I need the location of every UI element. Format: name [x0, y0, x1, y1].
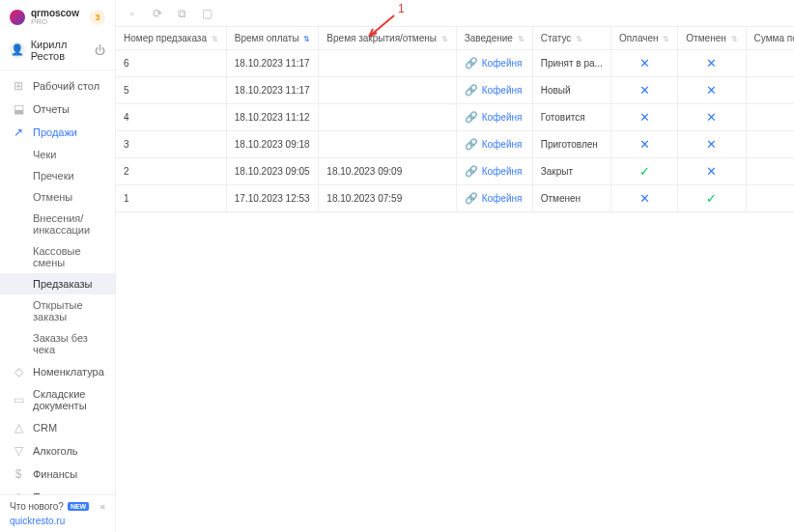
column-header[interactable]: Время закрытия/отмены ⇅: [319, 27, 456, 50]
column-header[interactable]: Сумма по чеку,... ⇅: [746, 27, 794, 50]
nav-item[interactable]: ↗Продажи: [0, 121, 115, 144]
link-icon: 🔗: [465, 165, 478, 178]
org-block[interactable]: qrmoscow PRO: [10, 8, 79, 27]
cell-venue: 🔗Кофейня: [456, 50, 532, 77]
cell-number: 3: [116, 131, 226, 158]
preorders-table: Номер предзаказа ⇅Время оплаты ⇅Время за…: [116, 27, 794, 212]
column-header[interactable]: Заведение ⇅: [456, 27, 532, 50]
nav-item[interactable]: Открытые заказы: [0, 294, 115, 327]
collapse-icon[interactable]: «: [99, 501, 105, 512]
column-header[interactable]: Оплачен ⇅: [610, 27, 677, 50]
table-row[interactable]: 418.10.2023 11:12🔗КофейняГотовится✕✕725,…: [116, 104, 794, 131]
nav-icon: ⊞: [12, 79, 25, 93]
nav-label: Номенклатура: [33, 366, 104, 378]
nav-label: Отчеты: [33, 103, 70, 115]
nav-label: Кассовые смены: [33, 245, 105, 268]
cell-paid: ✓: [610, 158, 677, 185]
nav-icon: $: [12, 467, 25, 481]
cell-paid: ✕: [610, 131, 677, 158]
link-icon: 🔗: [465, 138, 478, 151]
cell-cancel: ✕: [678, 158, 746, 185]
cell-sum: 725,00: [746, 104, 794, 131]
cell-number: 6: [116, 50, 226, 77]
nav-item[interactable]: ⊞Рабочий стол: [0, 74, 115, 98]
table-row[interactable]: 518.10.2023 11:17🔗КофейняНовый✕✕350,00🔗Е…: [116, 77, 794, 104]
nav-item[interactable]: ◇Номенклатура: [0, 360, 115, 383]
nav-item[interactable]: ◉Персонал: [0, 486, 115, 494]
nav-item[interactable]: Заказы без чека: [0, 327, 115, 360]
sidebar: qrmoscow PRO 3 👤 Кирилл Рестов ⏻ ⊞Рабочи…: [0, 0, 116, 532]
table-row[interactable]: 117.10.2023 12:5318.10.2023 07:59🔗Кофейн…: [116, 185, 794, 212]
save-icon[interactable]: ▫: [126, 7, 139, 20]
cell-closetime: 18.10.2023 07:59: [319, 185, 456, 212]
nav-label: CRM: [33, 422, 57, 434]
link-icon: 🔗: [465, 57, 478, 70]
cell-sum: 350,00: [746, 77, 794, 104]
cell-venue: 🔗Кофейня: [456, 158, 532, 185]
cell-venue: 🔗Кофейня: [456, 77, 532, 104]
whats-new[interactable]: Что нового? NEW «: [10, 501, 105, 512]
column-header[interactable]: Номер предзаказа ⇅: [116, 27, 226, 50]
cell-sum: 170,00: [746, 158, 794, 185]
column-header[interactable]: Отменен ⇅: [678, 27, 746, 50]
nav-icon: ↗: [12, 126, 25, 139]
cell-number: 1: [116, 185, 226, 212]
nav-label: Продажи: [33, 126, 77, 138]
cell-paid: ✕: [610, 185, 677, 212]
nav-label: Отмены: [33, 191, 72, 203]
main-area: ▫ ⟳ ⧉ ▢ ⚙ ? Онлайн-чат 1 Номер предзаказ…: [116, 0, 794, 532]
whats-new-label: Что нового?: [10, 501, 64, 512]
nav-item[interactable]: Внесения/инкассации: [0, 208, 115, 240]
org-logo: [10, 10, 25, 25]
link-icon: 🔗: [465, 84, 478, 97]
cell-status: Готовится: [532, 104, 610, 131]
nav-label: Предзаказы: [33, 278, 92, 290]
nav-label: Внесения/инкассации: [33, 212, 105, 236]
cell-cancel: ✕: [678, 131, 746, 158]
nav-item[interactable]: ▭Складские документы: [0, 383, 115, 416]
nav-item[interactable]: △CRM: [0, 416, 115, 439]
link-icon: 🔗: [465, 192, 478, 205]
domain-link[interactable]: quickresto.ru: [10, 516, 105, 526]
table-row[interactable]: 218.10.2023 09:0518.10.2023 09:09🔗Кофейн…: [116, 158, 794, 185]
nav-label: Финансы: [33, 468, 77, 480]
power-icon[interactable]: ⏻: [95, 44, 105, 56]
cell-paid: ✕: [610, 77, 677, 104]
org-tier: PRO: [31, 18, 79, 27]
cell-status: Отменен: [532, 185, 610, 212]
copy-icon[interactable]: ⧉: [176, 7, 189, 20]
nav-label: Складские документы: [33, 388, 105, 411]
cell-venue: 🔗Кофейня: [456, 104, 532, 131]
column-header[interactable]: Статус ⇅: [532, 27, 610, 50]
column-header[interactable]: Время оплаты ⇅: [226, 27, 319, 50]
monitor-icon[interactable]: ▢: [201, 7, 214, 20]
table-row[interactable]: 318.10.2023 09:18🔗КофейняПриготовлен✕✕73…: [116, 131, 794, 158]
cell-sum: 735,00: [746, 131, 794, 158]
cell-cancel: ✕: [678, 77, 746, 104]
toolbar: ▫ ⟳ ⧉ ▢ ⚙ ? Онлайн-чат: [116, 0, 794, 27]
nav-label: Заказы без чека: [33, 332, 105, 355]
nav-item[interactable]: ▽Алкоголь: [0, 439, 115, 462]
nav-item[interactable]: Отмены: [0, 186, 115, 208]
cell-paid: ✕: [610, 104, 677, 131]
refresh-icon[interactable]: ⟳: [151, 7, 164, 20]
nav-icon: ⬓: [12, 102, 25, 116]
cell-closetime: [319, 131, 456, 158]
nav-item[interactable]: ⬓Отчеты: [0, 98, 115, 121]
avatar[interactable]: 👤: [10, 42, 25, 59]
nav-icon: ◇: [12, 365, 25, 378]
nav-item[interactable]: Кассовые смены: [0, 240, 115, 273]
nav-item[interactable]: Предзаказы: [0, 273, 115, 294]
notification-badge[interactable]: 3: [90, 10, 105, 25]
cell-number: 5: [116, 77, 226, 104]
nav-item[interactable]: $Финансы: [0, 462, 115, 486]
table-row[interactable]: 618.10.2023 11:17🔗КофейняПринят в ра...✕…: [116, 50, 794, 77]
cell-paytime: 18.10.2023 09:18: [226, 131, 319, 158]
cell-paytime: 17.10.2023 12:53: [226, 185, 319, 212]
nav-item[interactable]: Пречеки: [0, 165, 115, 186]
cell-closetime: [319, 77, 456, 104]
nav-item[interactable]: Чеки: [0, 144, 115, 165]
cell-status: Принят в ра...: [532, 50, 610, 77]
nav-icon: ▭: [12, 393, 25, 406]
sidebar-footer: Что нового? NEW « quickresto.ru: [0, 494, 115, 532]
